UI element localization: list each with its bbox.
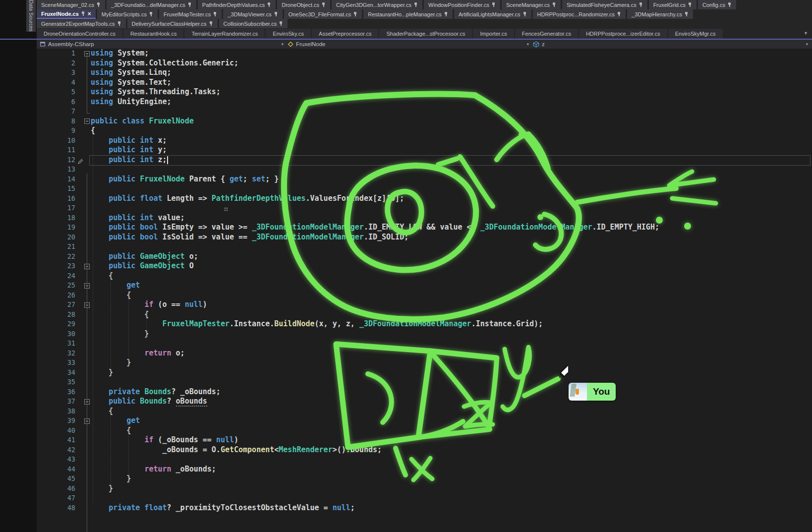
code-line[interactable]: 41 if (_oBounds == null) [37,435,812,445]
pin-icon[interactable] [444,12,448,17]
document-tab[interactable]: ShaderPackage...stProcessor.cs [379,29,472,39]
document-tab[interactable]: AssetPreprocessor.cs [312,29,378,39]
code-line[interactable]: 36 private Bounds? _oBounds; [37,387,812,397]
code-line[interactable]: 6using UnityEngine; [37,97,812,107]
code-line[interactable]: 34 } [37,368,812,378]
pin-icon[interactable] [617,12,621,17]
code-line[interactable]: 5using System.Threading.Tasks; [37,87,812,97]
code-line[interactable]: 48 private float? _proximityToClosestObs… [37,503,812,513]
pin-icon[interactable] [267,2,271,7]
code-line[interactable]: 16 public float Length => PathfinderDept… [37,194,812,204]
pin-icon[interactable] [117,21,121,26]
document-tab[interactable]: ArtificialLightsManager.cs [454,9,531,19]
code-line[interactable]: 43 [37,455,812,465]
chevron-down-icon[interactable]: ▾ [281,42,284,47]
pin-icon[interactable] [274,12,278,17]
document-tab[interactable]: FruxelNode.cs× [37,9,96,19]
document-tab[interactable]: Config.cs [698,0,736,9]
close-icon[interactable]: × [88,11,91,17]
pin-icon[interactable] [492,2,496,7]
document-tab[interactable]: RestaurantHo...pleManager.cs [363,9,453,19]
pin-icon[interactable] [81,11,85,16]
pin-icon[interactable] [213,12,217,17]
code-line[interactable]: 23 public GameObject O [37,261,812,271]
code-line[interactable]: 2using System.Collections.Generic; [37,59,812,68]
tab-overflow-icon[interactable]: ▼ [804,31,808,36]
code-line[interactable]: 26 { [37,291,812,300]
document-tab[interactable]: SimulatedFisheyeCamera.cs [562,0,647,9]
code-line[interactable]: 11 public int y; [37,145,812,155]
class-dropdown[interactable]: FruxelNode ▾ [288,40,533,49]
document-tab[interactable]: TerrainLayerRandomizer.cs [184,29,265,39]
code-line[interactable]: 1using System; [37,49,812,59]
code-line[interactable]: 29 FruxelMapTester.Instance.BuildNode(x,… [37,319,812,329]
document-tab[interactable]: FruxelMapTester.cs [159,9,222,19]
document-tab[interactable]: PathfinderDepthValues.cs [198,0,276,9]
fold-collapse-box[interactable]: − [84,118,90,124]
code-line[interactable]: 22 public GameObject o; [37,252,812,262]
code-line[interactable]: 25 get [37,281,812,291]
pin-icon[interactable] [639,2,643,7]
code-line[interactable]: 40 { [37,426,812,436]
pin-icon[interactable] [149,12,153,17]
code-line[interactable]: 18 public int value; [37,213,812,223]
pin-icon[interactable] [97,2,101,7]
code-line[interactable]: 38 { [37,407,812,416]
pin-icon[interactable] [279,21,283,26]
code-line[interactable]: 9{ [37,126,812,136]
code-line[interactable]: 47 [37,493,812,503]
document-tab[interactable]: _3DMapHierarchy.cs [627,9,693,19]
code-line[interactable]: 27 if (o == null) [37,300,812,310]
document-tab[interactable]: FruxelGrid.cs [649,0,696,9]
code-line[interactable]: 12 public int z; [37,155,812,165]
document-tab[interactable]: FencesGenerator.cs [515,29,578,39]
document-tab[interactable]: DroneObject.cs [277,0,330,9]
code-line[interactable]: 19 public bool IsEmpty => value >= _3DFo… [37,223,812,233]
code-line[interactable]: 8public class FruxelNode [37,117,812,126]
document-tab[interactable]: RestaurantHook.cs [123,29,184,39]
pin-icon[interactable] [322,2,326,7]
document-tab[interactable]: SceneManager_02.cs [37,0,105,9]
code-line[interactable]: 15 [37,184,812,194]
code-line[interactable]: 44 return _oBounds; [37,465,812,474]
code-line[interactable]: 37 public Bounds? oBounds [37,397,812,407]
pin-icon[interactable] [353,12,357,17]
code-line[interactable]: 21 [37,242,812,252]
code-line[interactable]: 20 public bool IsSolid => value == _3DFo… [37,233,812,242]
code-line[interactable]: 7 [37,107,812,117]
member-dropdown[interactable]: z ▾ [533,40,812,49]
code-line[interactable]: 33 } [37,358,812,368]
document-tab[interactable]: WindowPositionFinder.cs [424,0,500,9]
pin-icon[interactable] [414,2,418,7]
chevron-down-icon[interactable]: ▾ [526,42,529,47]
code-line[interactable]: 45 } [37,474,812,484]
code-line[interactable]: 30 } [37,329,812,339]
code-line[interactable]: 42 _oBounds = O.GetComponent<MeshRendere… [37,445,812,455]
document-tab[interactable]: DroneOrientationController.cs [37,29,122,39]
code-line[interactable]: 32 return o; [37,349,812,358]
document-tab[interactable]: MyEditorScripts.cs [97,9,158,19]
code-line[interactable]: 10 public int x; [37,136,812,146]
code-line[interactable]: 17 [37,203,812,213]
code-line[interactable]: 13 [37,165,812,175]
code-line[interactable]: 4using System.Text; [37,78,812,88]
document-tab[interactable]: HDRPPostproce...izerEditor.cs [579,29,667,39]
pin-icon[interactable] [728,2,732,7]
document-tab[interactable]: HDRPPostproc...Randomizer.cs [533,9,626,19]
pin-icon[interactable] [688,2,692,7]
document-tab[interactable]: DeliverySurfaceClassHelper.cs [127,19,218,28]
document-tab[interactable]: EnviroSkyMgr.cs [668,29,723,39]
code-line[interactable]: 31 [37,339,812,349]
pin-icon[interactable] [209,21,213,26]
document-tab[interactable]: Generator2ExportMapTools.cs [37,19,126,28]
code-line[interactable]: 3using System.Linq; [37,68,812,78]
pin-icon[interactable] [685,12,689,17]
code-line[interactable]: 46 } [37,484,812,494]
document-tab[interactable]: _3DFoundatio...delManager.cs [107,0,196,9]
document-tab[interactable]: CityGen3DGen...torWrapper.cs [332,0,422,9]
pin-icon[interactable] [523,12,527,17]
document-tab[interactable]: Importer.cs [473,29,514,39]
pin-icon[interactable] [552,2,556,7]
document-tab[interactable]: _3DMapViewer.cs [223,9,282,19]
code-line[interactable]: 35 [37,377,812,387]
